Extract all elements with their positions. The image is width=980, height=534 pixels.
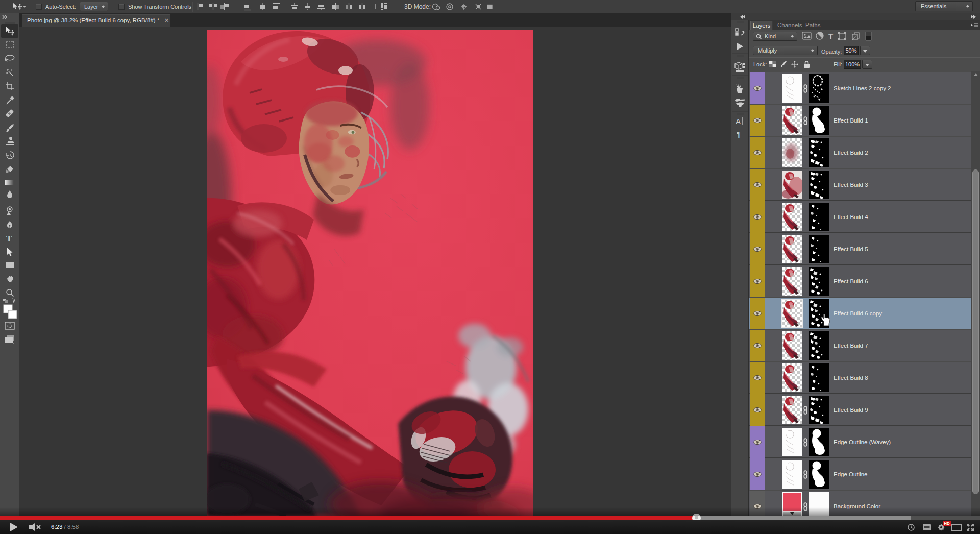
svg-text:¶: ¶: [737, 130, 741, 138]
svg-text:T: T: [6, 234, 12, 244]
svg-text:3D Mode:: 3D Mode:: [404, 3, 431, 10]
svg-text:T: T: [828, 32, 833, 40]
svg-text:A: A: [736, 117, 741, 126]
